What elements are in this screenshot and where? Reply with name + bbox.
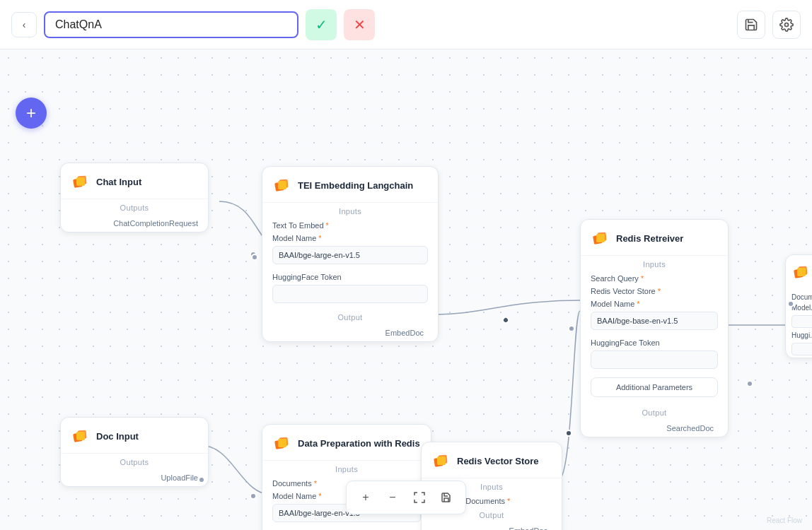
svg-rect-21	[797, 268, 806, 276]
doc-node-icon	[71, 426, 91, 446]
data-prep-title: Data Preparation with Redis	[298, 438, 420, 449]
redis-ret-inputs-label: Inputs	[581, 256, 728, 271]
add-node-button[interactable]: +	[16, 98, 47, 129]
canvas: + Chat Input Outputs ChatCompletionReque…	[0, 49, 812, 530]
chat-input-title: Chat Input	[96, 177, 141, 187]
tei-text-to-embed-label: Text To Embed*	[262, 218, 438, 231]
doc-output-label: Outputs	[61, 454, 208, 469]
redis-ret-model-input[interactable]	[591, 312, 718, 330]
title-input[interactable]	[44, 11, 298, 38]
tei-node-icon	[272, 175, 292, 195]
conn-dot-2	[198, 476, 205, 483]
redis-ret-output-label: Output	[581, 404, 728, 420]
chat-completion-request-label: ChatCompletionRequest	[61, 215, 208, 232]
chat-input-node: Chat Input Outputs ChatCompletionRequest	[60, 163, 209, 232]
redis-retriever-node: Redis Retreiver Inputs Search Query* Red…	[580, 219, 729, 437]
svg-rect-9	[278, 181, 286, 189]
svg-rect-6	[76, 432, 85, 440]
tei-hf-token-label: HuggingFace Token	[262, 270, 438, 283]
redis-ret-store-label: Redis Vector Store*	[581, 284, 728, 297]
svg-rect-3	[76, 177, 85, 186]
bottom-toolbar: + −	[346, 481, 466, 514]
svg-rect-15	[437, 457, 446, 465]
conn-dot-3	[501, 315, 511, 325]
tei-output-label: Output	[262, 309, 438, 324]
redis-ret-hf-input[interactable]	[591, 351, 718, 369]
tei-embedding-header: TEI Embedding Langchain	[262, 167, 438, 203]
svg-rect-12	[278, 439, 286, 447]
doc-input-header: Doc Input	[61, 418, 208, 454]
svg-rect-18	[596, 234, 605, 242]
confirm-button[interactable]: ✓	[306, 9, 337, 40]
right-node-hug-label: Huggi...	[786, 330, 812, 341]
svg-point-0	[785, 23, 789, 26]
settings-button[interactable]	[772, 11, 801, 39]
data-prep-docs-port	[250, 493, 257, 500]
redis-vs-icon	[431, 451, 451, 471]
right-node-field2	[791, 343, 812, 355]
node-icon	[71, 172, 91, 192]
data-prep-inputs-label: Inputs	[262, 461, 431, 476]
cancel-button[interactable]: ✕	[344, 9, 375, 40]
tei-model-name-label: Model Name*	[262, 231, 438, 244]
redis-ret-store-port	[568, 325, 575, 332]
conn-dot-5	[746, 380, 753, 387]
tei-embed-doc-label: EmbedDoc	[262, 324, 438, 341]
data-prep-icon	[272, 433, 292, 453]
redis-vs-embed-doc-label: EmbedDoc	[422, 522, 562, 530]
doc-input-node: Doc Input Outputs UploadFile	[60, 417, 209, 487]
conn-dot-1	[251, 254, 258, 261]
redis-ret-model-label: Model Name*	[581, 297, 728, 310]
additional-params-button[interactable]: Additional Parameters	[591, 377, 718, 397]
tei-hf-token-input[interactable]	[272, 285, 428, 303]
redis-ret-search-label: Search Query*	[581, 271, 728, 284]
conn-dot-6	[787, 300, 794, 307]
redis-vs-title: Redis Vector Store	[457, 456, 539, 466]
zoom-in-button[interactable]: +	[355, 487, 376, 508]
redis-retriever-header: Redis Retreiver	[581, 220, 728, 256]
conn-dot-4	[565, 430, 572, 437]
toolbar-save-button[interactable]	[436, 487, 457, 508]
tei-inputs-label: Inputs	[262, 203, 438, 218]
redis-retriever-title: Redis Retreiver	[616, 233, 683, 244]
redis-vs-header: Redis Vector Store	[422, 442, 562, 478]
redis-ret-hf-label: HuggingFace Token	[581, 336, 728, 348]
zoom-out-button[interactable]: −	[382, 487, 403, 508]
fit-view-button[interactable]	[409, 487, 430, 508]
tei-embedding-title: TEI Embedding Langchain	[298, 180, 413, 191]
chat-input-output-label: Outputs	[61, 199, 208, 215]
tei-model-name-input[interactable]	[272, 246, 428, 264]
right-node-icon	[791, 262, 811, 282]
save-button[interactable]	[737, 11, 765, 39]
chat-input-header: Chat Input	[61, 163, 208, 199]
upload-file-label: UploadFile	[61, 469, 208, 486]
redis-ret-searched-doc-label: SearchedDoc	[581, 420, 728, 437]
redis-ret-icon	[591, 228, 610, 248]
data-prep-header: Data Preparation with Redis	[262, 425, 431, 461]
doc-input-title: Doc Input	[96, 431, 139, 442]
header: ‹ ✓ ✕	[0, 0, 812, 49]
right-node-field1	[791, 315, 812, 328]
react-flow-label: React Flow	[767, 517, 802, 524]
back-button[interactable]: ‹	[11, 12, 37, 37]
tei-embedding-node: TEI Embedding Langchain Inputs Text To E…	[262, 166, 439, 342]
